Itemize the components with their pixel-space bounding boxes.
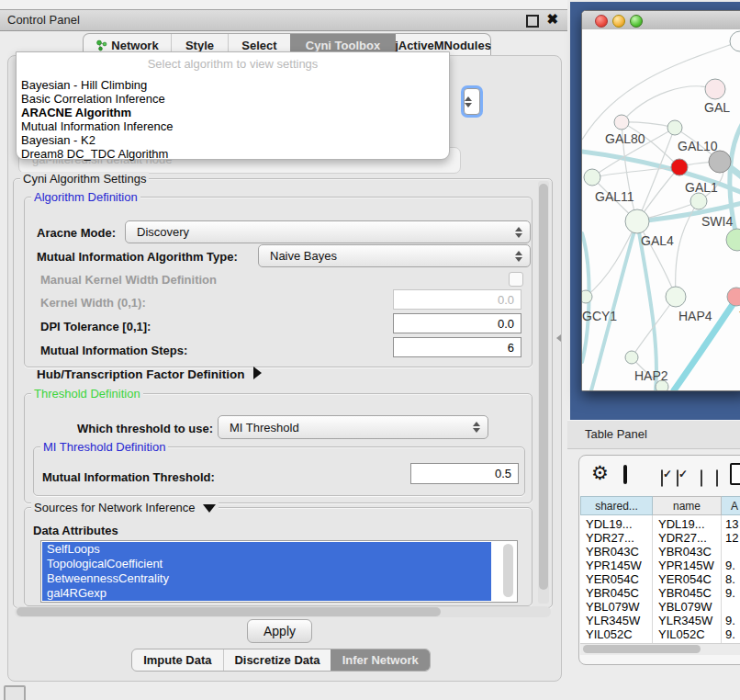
node-label: GAL1 bbox=[685, 180, 718, 195]
column-header-name[interactable]: name bbox=[653, 496, 722, 515]
mi-algorithm-type-label: Mutual Information Algorithm Type: bbox=[37, 250, 238, 264]
show-column-checked-icon-1[interactable] bbox=[661, 469, 663, 487]
which-threshold-value: MI Threshold bbox=[230, 421, 299, 435]
node-gal11[interactable] bbox=[584, 169, 600, 186]
table-row[interactable]: YDR27... YDR27... 12 bbox=[580, 531, 740, 545]
dpi-tolerance-input[interactable]: 0.0 bbox=[393, 313, 521, 333]
network-icon bbox=[95, 40, 107, 51]
network-window-titlebar bbox=[582, 11, 740, 30]
attr-item-topologicalcoefficient[interactable]: TopologicalCoefficient bbox=[47, 557, 163, 571]
aracne-mode-combo[interactable]: Discovery bbox=[125, 220, 531, 243]
dropdown-item-bayesian-hill[interactable]: Bayesian - Hill Climbing bbox=[21, 78, 147, 92]
settings-vscrollbar[interactable] bbox=[538, 181, 549, 604]
network-canvas[interactable]: GAL GAL80 GAL10 GAL1 GAL11 SWI4 GAL4 GCY… bbox=[582, 29, 740, 390]
manual-kernel-width-checkbox[interactable] bbox=[509, 272, 523, 287]
cell-shared-name: YIL052C bbox=[586, 627, 633, 641]
kernel-width-value: 0.0 bbox=[498, 293, 514, 307]
attr-item-selfloops[interactable]: SelfLoops bbox=[47, 542, 100, 557]
attr-item-gal4rgexp[interactable]: gal4RGexp bbox=[47, 586, 107, 601]
cell-shared-name: YDL19... bbox=[586, 517, 633, 531]
table-row[interactable]: YIL052C YIL052C 9. bbox=[580, 627, 740, 641]
sources-collapse-icon[interactable] bbox=[203, 504, 216, 513]
table-row[interactable]: YPR145W YPR145W 9. bbox=[580, 559, 740, 572]
table-row[interactable]: YBL079W YBL079W bbox=[580, 600, 740, 614]
table-row[interactable]: YBR043C YBR043C bbox=[580, 545, 740, 559]
node-hap4[interactable] bbox=[666, 287, 686, 307]
node-label: HAP4 bbox=[678, 309, 712, 323]
dropdown-item-mutual-information[interactable]: Mutual Information Inference bbox=[21, 119, 173, 133]
algorithm-definition-title: Algorithm Definition bbox=[31, 190, 140, 204]
settings-vscrollbar-thumb[interactable] bbox=[539, 184, 548, 590]
column-header-shared-name[interactable]: shared... bbox=[580, 496, 653, 515]
node-label: GCY1 bbox=[582, 309, 617, 323]
cell-shared-name: YBR043C bbox=[586, 545, 639, 559]
attr-list-vscrollbar-thumb[interactable] bbox=[503, 544, 513, 597]
window-top-strip bbox=[0, 0, 567, 9]
table-hscrollbar-thumb[interactable] bbox=[583, 645, 701, 653]
node-gal-cut[interactable] bbox=[705, 79, 725, 99]
settings-hscrollbar-thumb[interactable] bbox=[17, 607, 441, 616]
table-hscrollbar[interactable] bbox=[580, 643, 740, 655]
mi-threshold-input[interactable]: 0.5 bbox=[410, 463, 519, 484]
hub-disclosure-icon[interactable] bbox=[253, 367, 262, 379]
table-settings-gear-icon[interactable]: ⚙ bbox=[591, 464, 609, 482]
hide-column-unchecked-icon-2[interactable] bbox=[716, 469, 718, 487]
table-panel-title: Table Panel bbox=[585, 427, 647, 441]
table-row[interactable]: YBR045C YBR045C 9. bbox=[580, 586, 740, 600]
sources-group-title[interactable]: Sources for Network Inference bbox=[31, 501, 219, 514]
node-gal4[interactable] bbox=[625, 209, 649, 233]
columns-icon[interactable] bbox=[623, 465, 627, 484]
table-row[interactable]: YLR345W YLR345W 9. bbox=[580, 614, 740, 627]
zoom-window-button[interactable] bbox=[630, 15, 643, 28]
close-icon[interactable]: ✖ bbox=[546, 11, 558, 28]
tab-discretize-data[interactable]: Discretize Data bbox=[224, 649, 331, 671]
which-threshold-combo[interactable]: MI Threshold bbox=[218, 415, 488, 439]
node-hap2[interactable] bbox=[625, 351, 638, 364]
float-window-icon[interactable] bbox=[526, 15, 539, 28]
panel-splitter-handle[interactable] bbox=[556, 334, 561, 342]
node-gcy1[interactable] bbox=[582, 290, 592, 303]
column-header-label: shared... bbox=[595, 500, 638, 513]
dropdown-item-aracne[interactable]: ARACNE Algorithm bbox=[21, 106, 131, 119]
node-gray[interactable] bbox=[709, 151, 731, 173]
column-header-partial[interactable]: A bbox=[722, 496, 740, 515]
table-panel-titlebar: Table Panel bbox=[567, 420, 740, 449]
tab-style-label: Style bbox=[185, 39, 214, 52]
table-row[interactable]: YDL19... YDL19... 13 bbox=[580, 517, 740, 531]
dropdown-item-bayesian-k2[interactable]: Bayesian - K2 bbox=[21, 133, 95, 147]
settings-hscrollbar[interactable] bbox=[15, 606, 551, 617]
dropdown-item-basic-correlation[interactable]: Basic Correlation Inference bbox=[21, 92, 165, 106]
apply-button[interactable]: Apply bbox=[247, 619, 312, 643]
node-right-green[interactable] bbox=[726, 229, 740, 251]
node-gal80[interactable] bbox=[614, 115, 629, 130]
kernel-width-input[interactable]: 0.0 bbox=[393, 289, 521, 310]
node-salmon[interactable] bbox=[727, 288, 740, 306]
tab-impute-data[interactable]: Impute Data bbox=[132, 649, 224, 671]
node-swi4[interactable] bbox=[690, 193, 707, 209]
new-table-doc-icon[interactable] bbox=[730, 463, 740, 485]
tab-impute-data-label: Impute Data bbox=[143, 653, 211, 667]
node-gal1-red[interactable] bbox=[671, 159, 688, 175]
close-window-button[interactable] bbox=[595, 15, 608, 28]
cell-name: YBL079W bbox=[658, 600, 712, 614]
dropdown-item-dream8[interactable]: Dream8 DC_TDC Algorithm bbox=[21, 147, 168, 161]
data-attributes-label: Data Attributes bbox=[33, 524, 118, 537]
minimize-window-button[interactable] bbox=[612, 15, 625, 28]
attr-item-betweennesscentrality[interactable]: BetweennessCentrality bbox=[47, 571, 169, 586]
combo-stepper-icon bbox=[465, 96, 473, 107]
dropdown-placeholder: Select algorithm to view settings bbox=[17, 57, 449, 71]
mi-steps-input[interactable]: 6 bbox=[393, 337, 521, 357]
hide-column-unchecked-icon-1[interactable] bbox=[701, 469, 702, 487]
mi-algorithm-type-combo[interactable]: Naive Bayes bbox=[258, 244, 531, 267]
kernel-width-label: Kernel Width (0,1): bbox=[40, 296, 146, 310]
tab-jactivemnodules-label: jActiveMNodules bbox=[395, 39, 491, 52]
tab-infer-network[interactable]: Infer Network bbox=[331, 649, 430, 671]
control-panel-titlebar: Control Panel ✖ bbox=[0, 9, 567, 31]
inference-algorithm-combo-fragment[interactable] bbox=[464, 88, 480, 115]
show-column-checked-icon-2[interactable] bbox=[677, 469, 678, 487]
which-threshold-label: Which threshold to use: bbox=[77, 422, 213, 435]
node-gal10[interactable] bbox=[667, 120, 682, 135]
table-row[interactable]: YER054C YER054C 8. bbox=[580, 572, 740, 586]
node-partial-top[interactable] bbox=[730, 31, 740, 51]
collapsed-panel-button[interactable] bbox=[4, 685, 26, 700]
